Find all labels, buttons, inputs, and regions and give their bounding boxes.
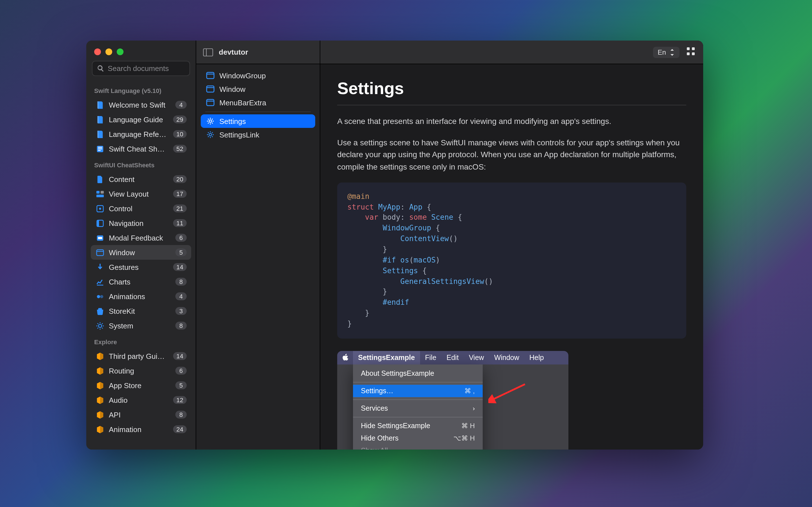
sidebar-item-language-guide[interactable]: Language Guide29 — [91, 112, 191, 127]
book-icon — [95, 129, 104, 138]
book-icon — [95, 100, 104, 109]
svg-rect-15 — [98, 237, 102, 239]
sidebar-item-welcome-to-swift[interactable]: Welcome to Swift4 — [91, 98, 191, 112]
svg-point-20 — [98, 324, 101, 327]
sidebar-item-label: Modal Feedback — [109, 233, 171, 242]
svg-point-18 — [97, 295, 100, 298]
sidebar-item-label: API — [109, 410, 171, 419]
sidebar-item-swift-cheat-sheets[interactable]: Swift Cheat Sheets52 — [91, 142, 191, 156]
language-selector[interactable]: En — [653, 47, 679, 58]
mid-item-label: WindowGroup — [219, 71, 266, 80]
illus-menu-window: Window — [489, 353, 524, 361]
window-controls — [86, 41, 196, 61]
sidebar-item-label: Content — [109, 175, 168, 183]
mid-item-label: SettingsLink — [219, 130, 259, 139]
sidebar-item-modal-feedback[interactable]: Modal Feedback6 — [91, 230, 191, 245]
fullscreen-button[interactable] — [117, 48, 123, 55]
mid-item-menubarextra[interactable]: MenuBarExtra — [201, 96, 315, 109]
mid-item-settingslink[interactable]: SettingsLink — [201, 128, 315, 142]
arrow-annotation — [488, 381, 528, 406]
sidebar-item-badge: 12 — [173, 396, 187, 404]
mid-item-windowgroup[interactable]: WindowGroup — [201, 69, 315, 82]
modal-icon — [95, 233, 104, 242]
illus-menu-edit: Edit — [442, 353, 464, 361]
svg-rect-31 — [687, 47, 690, 50]
search-input[interactable] — [108, 64, 185, 73]
doc-icon — [95, 175, 104, 184]
mid-item-label: MenuBarExtra — [219, 98, 266, 107]
svg-rect-9 — [96, 194, 103, 197]
app-title: devtutor — [219, 48, 248, 56]
close-button[interactable] — [94, 48, 101, 55]
nav-icon — [95, 219, 104, 228]
sidebar-item-label: System — [109, 321, 171, 330]
mid-item-settings[interactable]: Settings — [201, 114, 315, 128]
sidebar-item-language-refere[interactable]: Language Refere...10 — [91, 127, 191, 142]
illus-menu-app: SettingsExample — [353, 351, 420, 364]
search-field[interactable] — [92, 61, 190, 76]
sidebar-item-routing[interactable]: Routing6 — [91, 363, 191, 378]
sidebar-item-animation[interactable]: Animation24 — [91, 422, 191, 437]
sidebar-item-api[interactable]: API8 — [91, 407, 191, 422]
cube-icon — [95, 366, 104, 375]
sidebar-item-gestures[interactable]: Gestures14 — [91, 260, 191, 274]
apple-icon — [337, 354, 353, 361]
illus-menu-row: Services› — [353, 402, 483, 414]
cube-icon — [95, 410, 104, 419]
page-title: Settings — [337, 79, 686, 105]
illus-menu-row: Show All — [353, 444, 483, 450]
sidebar-item-badge: 6 — [175, 367, 187, 375]
svg-point-29 — [209, 120, 212, 122]
sidebar-item-control[interactable]: Control21 — [91, 201, 191, 216]
shortcut: ⌘ H — [461, 421, 475, 430]
menu-separator — [353, 416, 483, 417]
svg-point-19 — [100, 295, 103, 298]
sidebar-item-system[interactable]: System8 — [91, 318, 191, 333]
window-icon — [206, 71, 215, 80]
sidebar-item-badge: 6 — [175, 234, 187, 242]
minimize-button[interactable] — [105, 48, 112, 55]
sidebar-toggle-icon[interactable] — [203, 48, 213, 56]
sidebar-item-storekit[interactable]: StoreKit3 — [91, 304, 191, 318]
sidebar-item-audio[interactable]: Audio12 — [91, 393, 191, 407]
svg-point-30 — [209, 133, 212, 136]
sidebar-item-badge: 8 — [175, 278, 187, 286]
gears-icon — [206, 130, 215, 139]
svg-rect-7 — [96, 191, 99, 193]
sidebar-item-app-store[interactable]: App Store5 — [91, 378, 191, 393]
sidebar-item-charts[interactable]: Charts8 — [91, 274, 191, 289]
sidebar-item-label: Charts — [109, 277, 171, 286]
sidebar-item-window[interactable]: Window5 — [91, 245, 191, 260]
sidebar-item-badge: 14 — [173, 263, 187, 271]
menu-row-label: Hide SettingsExample — [361, 421, 430, 430]
mid-item-window[interactable]: Window — [201, 82, 315, 96]
svg-rect-25 — [207, 86, 214, 92]
sidebar-item-content[interactable]: Content20 — [91, 172, 191, 186]
chart-icon — [95, 277, 104, 286]
svg-rect-27 — [207, 100, 214, 106]
cube-icon — [95, 395, 104, 404]
window-icon — [95, 248, 104, 257]
grid-icon[interactable] — [686, 47, 695, 58]
sidebar-item-badge: 5 — [175, 248, 187, 256]
divider — [205, 112, 311, 112]
sidebar-item-view-layout[interactable]: View Layout17 — [91, 186, 191, 201]
sidebar-item-label: Routing — [109, 367, 171, 375]
sidebar-left: Swift Language (v5.10)Welcome to Swift4L… — [86, 41, 196, 450]
sidebar-item-third-party-guides[interactable]: Third party Guides14 — [91, 349, 191, 363]
svg-rect-13 — [97, 220, 99, 226]
menu-row-label: Services — [361, 404, 388, 412]
mid-item-label: Window — [219, 85, 246, 93]
sidebar-item-badge: 20 — [173, 175, 187, 183]
svg-rect-1 — [97, 116, 98, 123]
sheets-icon — [95, 144, 104, 153]
sidebar-item-navigation[interactable]: Navigation11 — [91, 216, 191, 230]
sidebar-item-label: Language Refere... — [109, 130, 168, 138]
main-content: En Settings A scene that presents an int… — [320, 41, 703, 450]
svg-rect-2 — [97, 130, 98, 138]
sidebar-item-badge: 21 — [173, 205, 187, 212]
sidebar-item-label: Animation — [109, 425, 168, 434]
sidebar-item-animations[interactable]: Animations4 — [91, 289, 191, 304]
sidebar-item-badge: 11 — [173, 219, 187, 227]
sidebar-section-title: SwiftUI CheatSheets — [86, 156, 196, 172]
